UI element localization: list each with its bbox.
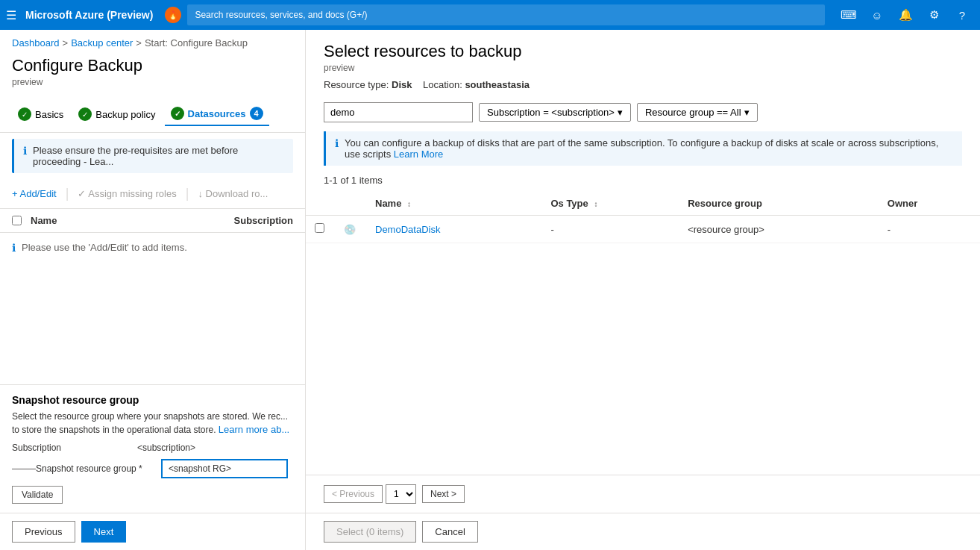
notification-bell-icon[interactable]: 🔔 [893, 3, 917, 27]
row-checkbox-cell[interactable] [306, 216, 333, 243]
left-table-header: Name Subscription [0, 209, 305, 233]
left-table-body: ℹ Please use the 'Add/Edit' to add items… [0, 233, 305, 384]
resource-table: Name ↕ Os Type ↕ Resource group Owner [306, 192, 980, 475]
left-toolbar: + Add/Edit | ✓ Assign missing roles | ↓ … [0, 179, 305, 209]
select-items-button[interactable]: Select (0 items) [324, 521, 416, 543]
empty-hint-text: Please use the 'Add/Edit' to add items. [22, 242, 187, 253]
step-datasources-label: Datasources [188, 108, 246, 119]
location-value: southeastasia [465, 79, 530, 90]
resource-group-filter-chip[interactable]: Resource group == All ▾ [637, 103, 758, 122]
toolbar-sep-1: | [66, 186, 69, 201]
learn-more-right-link[interactable]: Learn More [394, 149, 443, 160]
hamburger-icon[interactable]: ☰ [6, 8, 16, 22]
breadcrumb: Dashboard > Backup center > Start: Confi… [0, 30, 305, 53]
main-content: Dashboard > Backup center > Start: Confi… [0, 30, 980, 550]
toolbar-sep-2: | [186, 186, 189, 201]
topbar-icons: ⌨ ☺ 🔔 ⚙ ? [837, 3, 974, 27]
breadcrumb-backup-center[interactable]: Backup center [71, 37, 133, 49]
subscription-filter-label: Subscription = <subscription> [487, 107, 615, 118]
col-name-header: Name [31, 215, 189, 226]
right-subtitle: preview [324, 63, 962, 73]
resource-group-filter-chevron-icon: ▾ [744, 107, 750, 118]
breadcrumb-dashboard[interactable]: Dashboard [12, 37, 60, 49]
th-icon [333, 192, 366, 216]
empty-hint: ℹ Please use the 'Add/Edit' to add items… [12, 242, 293, 254]
breadcrumb-sep-1: > [63, 37, 69, 49]
assign-roles-button[interactable]: ✓ Assign missing roles [78, 185, 176, 202]
subscription-filter-chevron-icon: ▾ [618, 107, 623, 118]
th-os-type[interactable]: Os Type ↕ [541, 192, 679, 216]
pagination: < Previous 1 Next > [306, 475, 980, 513]
wizard-steps: ✓ Basics ✓ Backup policy ✓ Datasources 4 [0, 96, 305, 133]
step-backup-policy-label: Backup policy [95, 109, 155, 120]
validate-button[interactable]: Validate [12, 486, 63, 504]
page-title: Configure Backup [12, 56, 293, 75]
help-icon[interactable]: ? [950, 3, 974, 27]
settings-icon[interactable]: ⚙ [922, 3, 946, 27]
learn-more-link[interactable]: Learn more ab... [219, 424, 289, 435]
snapshot-rg-container: Snapshot resource group * [12, 459, 293, 478]
previous-button[interactable]: Previous [12, 521, 75, 543]
pagination-previous-button[interactable]: < Previous [324, 485, 383, 503]
page-title-area: Configure Backup preview [0, 53, 305, 96]
step-datasources-badge: 4 [250, 107, 263, 120]
resource-group-filter-label: Resource group == All [645, 107, 741, 118]
row-owner-cell: - [879, 216, 980, 243]
row-icon-cell: 💿 [333, 216, 366, 243]
app-title: Microsoft Azure (Preview) [25, 9, 153, 21]
right-info-text: You can configure a backup of disks that… [345, 137, 953, 160]
page-select[interactable]: 1 [386, 484, 416, 504]
row-name-cell: DemoDataDisk [366, 216, 541, 243]
breadcrumb-sep-2: > [136, 37, 142, 49]
row-os-type-cell: - [541, 216, 679, 243]
subscription-filter-chip[interactable]: Subscription = <subscription> ▾ [479, 103, 631, 122]
pagination-next-button[interactable]: Next > [422, 485, 465, 503]
field-line [12, 469, 36, 469]
next-button[interactable]: Next [81, 521, 127, 543]
search-input[interactable] [187, 4, 825, 25]
info-banner: ℹ Please ensure the pre-requisites are m… [12, 139, 293, 173]
th-owner: Owner [879, 192, 980, 216]
step-datasources[interactable]: ✓ Datasources 4 [165, 102, 269, 126]
step-basics-check-icon: ✓ [18, 107, 31, 121]
page-subtitle: preview [12, 77, 293, 87]
snapshot-section-desc: Select the resource group where your sna… [12, 410, 293, 437]
snapshot-rg-label: Snapshot resource group * [36, 463, 155, 474]
filter-bar: Subscription = <subscription> ▾ Resource… [306, 96, 980, 128]
os-type-sort-icon[interactable]: ↕ [594, 200, 597, 208]
th-name[interactable]: Name ↕ [366, 192, 541, 216]
step-basics[interactable]: ✓ Basics [12, 103, 69, 125]
resource-search-input[interactable] [324, 102, 473, 122]
topbar: ☰ Microsoft Azure (Preview) 🔥 ⌨ ☺ 🔔 ⚙ ? [0, 0, 980, 30]
row-checkbox[interactable] [315, 223, 324, 233]
info-icon: ℹ [23, 145, 27, 157]
left-footer: Previous Next [0, 513, 305, 550]
resource-type-value: Disk [392, 79, 412, 90]
items-count: 1-1 of 1 items [306, 172, 980, 192]
subscription-label: Subscription [12, 443, 131, 453]
location-label: Location: [423, 79, 462, 90]
add-edit-button[interactable]: + Add/Edit [12, 185, 57, 202]
breadcrumb-current: Start: Configure Backup [145, 37, 248, 49]
select-all-checkbox[interactable] [12, 216, 22, 225]
download-button[interactable]: ↓ Download ro... [198, 185, 268, 202]
snapshot-rg-input[interactable] [161, 459, 288, 478]
row-name-link[interactable]: DemoDataDisk [375, 224, 440, 235]
terminal-icon[interactable]: ⌨ [837, 3, 861, 27]
step-backup-policy-check-icon: ✓ [78, 107, 92, 121]
th-checkbox [306, 192, 333, 216]
name-sort-icon[interactable]: ↕ [407, 200, 411, 208]
snapshot-section-title: Snapshot resource group [12, 394, 293, 406]
resource-type-row: Resource type: Disk Location: southeasta… [324, 79, 962, 90]
empty-hint-icon: ℹ [12, 242, 16, 254]
notification-icon-orange: 🔥 [165, 7, 181, 23]
right-footer: Select (0 items) Cancel [306, 513, 980, 550]
right-panel: Select resources to backup preview Resou… [306, 30, 980, 550]
disk-icon: 💿 [342, 222, 357, 237]
step-backup-policy[interactable]: ✓ Backup policy [72, 103, 161, 125]
cancel-button[interactable]: Cancel [422, 521, 477, 543]
resource-type-label: Resource type: [324, 79, 389, 90]
subscription-value: <subscription> [137, 443, 195, 453]
feedback-icon[interactable]: ☺ [865, 3, 889, 27]
row-resource-group-cell: <resource group> [679, 216, 879, 243]
